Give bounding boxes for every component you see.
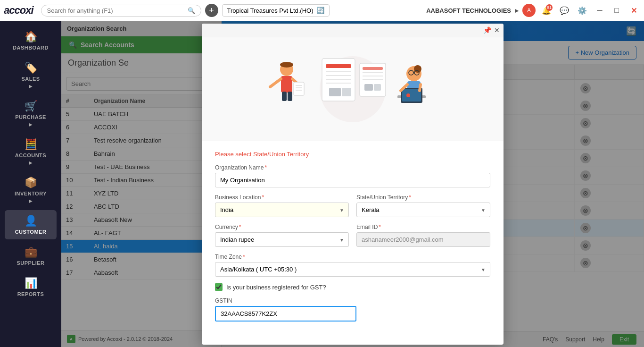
sidebar-label-customer: CUSTOMER [15, 229, 47, 235]
svg-rect-20 [329, 88, 341, 96]
content-area: Organization Search 🔍 Search Accounts Or… [61, 21, 644, 347]
modal-pin-button[interactable]: 📌 [483, 26, 491, 34]
gstin-input[interactable] [215, 306, 356, 322]
sidebar-item-sales[interactable]: 🏷️ SALES ▶ [5, 57, 57, 93]
state-select[interactable]: Kerala Tamil Nadu Karnataka [356, 203, 490, 217]
sidebar-item-reports[interactable]: 📊 REPORTS [5, 272, 57, 302]
modal-close-button[interactable]: ✕ [494, 26, 500, 34]
modal-illustration [202, 37, 504, 141]
modal: 📌 ✕ [202, 24, 504, 345]
svg-point-38 [406, 93, 410, 97]
required-star: * [264, 164, 267, 171]
sidebar-item-supplier[interactable]: 💼 SUPPLIER [5, 241, 57, 271]
svg-rect-37 [402, 89, 421, 102]
settings-button[interactable]: ⚙️ [575, 3, 589, 17]
dashboard-icon: 🏠 [25, 31, 37, 43]
form-row-state: State/Union Territory* Kerala Tamil Nadu… [356, 194, 490, 217]
sidebar-label-purchase: PURCHASE [15, 114, 46, 120]
modal-overlay: 📌 ✕ [61, 21, 644, 347]
sidebar-item-inventory[interactable]: 📦 INVENTORY ▶ [5, 172, 57, 208]
notification-badge: 81 [546, 4, 553, 11]
topbar: accoxi 🔍 + Tropical Treasures Pvt Ltd.(H… [0, 0, 644, 21]
add-button[interactable]: + [205, 4, 218, 17]
svg-rect-10 [294, 82, 304, 95]
sidebar-item-dashboard[interactable]: 🏠 DASHBOARD [5, 26, 57, 55]
svg-rect-15 [326, 64, 351, 68]
state-label: State/Union Territory* [356, 194, 490, 201]
inventory-icon: 📦 [25, 177, 37, 189]
modal-footer: Get started Back [202, 338, 504, 345]
reports-icon: 📊 [25, 277, 37, 289]
sidebar-label-sales: SALES [21, 76, 40, 82]
svg-line-8 [270, 79, 281, 87]
sidebar: 🏠 DASHBOARD 🏷️ SALES ▶ 🛒 PURCHASE ▶ 🧮 AC… [0, 21, 61, 347]
modal-body: Please select State/Union Territory Orga… [202, 141, 504, 338]
email-label: Email ID* [356, 224, 490, 230]
svg-point-4 [280, 62, 293, 68]
form-row-location-state: Business Location* India UAE Bahrain [215, 194, 490, 224]
business-location-label: Business Location* [215, 194, 349, 201]
business-location-select-wrap: India UAE Bahrain [215, 203, 349, 217]
main-layout: 🏠 DASHBOARD 🏷️ SALES ▶ 🛒 PURCHASE ▶ 🧮 AC… [0, 21, 644, 347]
form-row-gstin: GSTIN [215, 297, 490, 322]
gst-checkbox-row: Is your business registered for GST? [215, 283, 490, 291]
svg-rect-7 [288, 92, 292, 101]
state-select-wrap: Kerala Tamil Nadu Karnataka [356, 203, 490, 217]
business-location-select[interactable]: India UAE Bahrain [215, 203, 349, 217]
purchase-icon: 🛒 [25, 100, 37, 112]
modal-close-row: 📌 ✕ [202, 24, 504, 37]
form-row-currency-email: Currency* Indian rupee UAE Dirham US Dol… [215, 224, 490, 254]
message-button[interactable]: 💬 [557, 3, 571, 17]
inventory-arrow-icon: ▶ [29, 198, 33, 203]
svg-rect-28 [374, 84, 381, 91]
company-selector[interactable]: Tropical Treasures Pvt Ltd.(HO) 🔄 [222, 4, 330, 17]
search-icon: 🔍 [188, 7, 195, 14]
email-input[interactable] [356, 232, 490, 247]
timezone-select[interactable]: Asia/Kolkata ( UTC +05:30 ) Asia/Dubai (… [215, 262, 490, 277]
modal-warning: Please select State/Union Territory [215, 151, 490, 158]
form-row-email: Email ID* [356, 224, 490, 247]
form-row-org-name: Organization Name* [215, 164, 490, 187]
accounts-arrow-icon: ▶ [29, 160, 33, 165]
org-name-input[interactable] [215, 173, 490, 187]
timezone-label: Time Zone* [215, 254, 490, 260]
search-input[interactable] [47, 7, 186, 14]
gst-label: Is your business registered for GST? [226, 284, 326, 291]
app-logo: accoxi [4, 4, 33, 17]
aabasoft-label: AABASOFT TECHNOLOGIES [426, 7, 511, 14]
form-row-timezone: Time Zone* Asia/Kolkata ( UTC +05:30 ) A… [215, 254, 490, 277]
sales-arrow-icon: ▶ [29, 84, 33, 89]
sidebar-item-accounts[interactable]: 🧮 ACCOUNTS ▶ [5, 134, 57, 170]
supplier-icon: 💼 [25, 246, 37, 258]
accounts-icon: 🧮 [25, 138, 37, 151]
org-name-label: Organization Name* [215, 164, 490, 171]
minimize-button[interactable]: ─ [593, 4, 606, 17]
arrow-icon: ▶ [515, 8, 519, 14]
form-row-business-location: Business Location* India UAE Bahrain [215, 194, 349, 217]
avatar: A [522, 4, 536, 17]
close-button[interactable]: ✕ [627, 4, 640, 17]
gst-checkbox[interactable] [215, 283, 223, 291]
form-row-currency: Currency* Indian rupee UAE Dirham US Dol… [215, 224, 349, 247]
svg-rect-6 [282, 92, 287, 101]
currency-label: Currency* [215, 224, 349, 230]
currency-select[interactable]: Indian rupee UAE Dirham US Dollar [215, 232, 349, 247]
timezone-select-wrap: Asia/Kolkata ( UTC +05:30 ) Asia/Dubai (… [215, 262, 490, 277]
sidebar-label-inventory: INVENTORY [15, 191, 47, 196]
sidebar-item-customer[interactable]: 👤 CUSTOMER [5, 210, 57, 239]
maximize-button[interactable]: □ [610, 4, 623, 17]
sidebar-label-accounts: ACCOUNTS [15, 152, 46, 158]
search-bar[interactable]: 🔍 [41, 5, 201, 17]
customer-icon: 👤 [25, 215, 37, 227]
gstin-label: GSTIN [215, 297, 490, 304]
purchase-arrow-icon: ▶ [29, 122, 33, 127]
notification-button[interactable]: 🔔 81 [539, 3, 553, 17]
svg-rect-23 [363, 67, 383, 70]
sidebar-item-purchase[interactable]: 🛒 PURCHASE ▶ [5, 95, 57, 132]
topbar-icons: 🔔 81 💬 ⚙️ ─ □ ✕ [539, 3, 640, 17]
sidebar-label-supplier: SUPPLIER [17, 260, 44, 266]
sidebar-label-dashboard: DASHBOARD [13, 45, 49, 51]
currency-select-wrap: Indian rupee UAE Dirham US Dollar [215, 232, 349, 247]
svg-line-40 [420, 85, 421, 91]
svg-rect-5 [281, 76, 292, 93]
